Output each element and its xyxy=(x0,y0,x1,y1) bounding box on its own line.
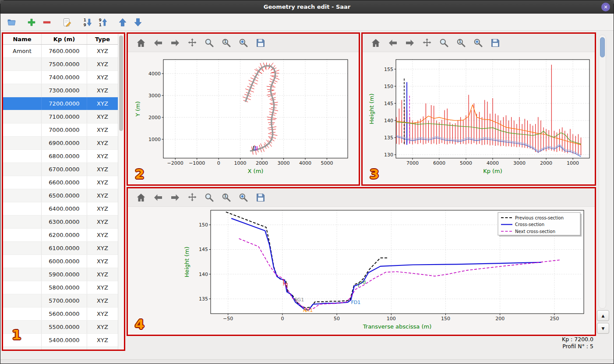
zoom-reset-button[interactable]: 1 xyxy=(220,191,233,204)
save-button[interactable] xyxy=(489,37,501,49)
forward-icon xyxy=(170,38,180,48)
zoom-in-button[interactable] xyxy=(237,191,250,204)
row-type: XYZ xyxy=(87,268,118,281)
table-row[interactable]: 5900.0000XYZ xyxy=(3,268,118,281)
svg-text:150: 150 xyxy=(441,316,450,322)
arrow-down-icon xyxy=(133,18,143,27)
svg-text:4000: 4000 xyxy=(148,71,161,77)
table-row[interactable]: 6000.0000XYZ xyxy=(3,255,118,268)
svg-text:1: 1 xyxy=(224,194,227,198)
svg-text:Y (m): Y (m) xyxy=(134,101,141,117)
table-row[interactable]: 7500.0000XYZ xyxy=(3,58,118,71)
table-row[interactable]: 7100.0000XYZ xyxy=(3,110,118,124)
zoom-reset-button[interactable]: 1 xyxy=(220,37,233,49)
row-kp: 5300.0000 xyxy=(42,347,87,350)
pan-button[interactable] xyxy=(186,191,198,204)
table-scrollbar[interactable] xyxy=(118,34,124,350)
zoom-button[interactable] xyxy=(203,37,215,49)
forward-button[interactable] xyxy=(404,37,416,49)
table-row[interactable]: 6300.0000XYZ xyxy=(3,216,118,229)
row-name xyxy=(3,137,42,149)
window-scrollbar-thumb[interactable] xyxy=(600,37,605,57)
back-button[interactable] xyxy=(387,37,399,49)
table-row[interactable]: 6800.0000XYZ xyxy=(3,150,118,163)
edit-button[interactable] xyxy=(60,16,74,29)
column-header[interactable]: Type xyxy=(87,34,118,44)
home-button[interactable] xyxy=(135,191,147,204)
svg-text:Cross-section: Cross-section xyxy=(515,222,544,227)
status-kp: Kp : 7200.0 xyxy=(562,336,593,343)
sort-descending-button[interactable]: 91 xyxy=(96,16,109,29)
table-row[interactable]: 5600.0000XYZ xyxy=(3,307,118,321)
row-kp: 5800.0000 xyxy=(42,281,87,294)
table-row[interactable]: 6500.0000XYZ xyxy=(3,189,118,202)
zoom-button[interactable] xyxy=(203,191,215,204)
row-name xyxy=(3,268,42,281)
table-row[interactable]: 6900.0000XYZ xyxy=(3,137,118,150)
svg-text:2000: 2000 xyxy=(148,115,161,120)
home-button[interactable] xyxy=(135,37,147,49)
open-button[interactable] xyxy=(5,16,18,29)
save-button[interactable] xyxy=(254,37,267,49)
svg-text:130: 130 xyxy=(384,152,393,158)
column-header[interactable]: Kp (m) xyxy=(42,34,87,44)
forward-icon xyxy=(170,192,180,203)
table-row[interactable]: Amont7600.0000XYZ xyxy=(3,45,118,58)
forward-button[interactable] xyxy=(169,37,181,49)
table-row[interactable]: 6200.0000XYZ xyxy=(3,229,118,242)
home-icon xyxy=(371,38,381,48)
table-scrollbar-thumb[interactable] xyxy=(119,35,123,131)
table-row[interactable]: 5800.0000XYZ xyxy=(3,281,118,294)
window-scrollbar[interactable] xyxy=(599,35,606,309)
zoom-in-icon xyxy=(473,38,483,48)
save-button[interactable] xyxy=(254,191,267,204)
move-up-button[interactable] xyxy=(116,16,129,29)
back-button[interactable] xyxy=(152,191,164,204)
table-row[interactable]: 5700.0000XYZ xyxy=(3,294,118,307)
row-name xyxy=(3,281,42,294)
back-button[interactable] xyxy=(152,37,164,49)
row-type: XYZ xyxy=(87,97,118,110)
profile-up-button[interactable]: ▲ xyxy=(597,310,609,321)
move-down-button[interactable] xyxy=(131,16,145,29)
add-button[interactable] xyxy=(25,16,38,29)
zoom-in-button[interactable] xyxy=(237,37,250,49)
table-row[interactable]: 6400.0000XYZ xyxy=(3,202,118,216)
svg-text:1000: 1000 xyxy=(234,160,247,166)
row-name xyxy=(3,229,42,241)
pan-button[interactable] xyxy=(421,37,433,49)
forward-button[interactable] xyxy=(169,191,181,204)
row-kp: 6800.0000 xyxy=(42,150,87,163)
close-button[interactable]: ✕ xyxy=(601,3,610,11)
pan-button[interactable] xyxy=(186,37,198,49)
sort-ascending-button[interactable]: 19 xyxy=(81,16,94,29)
zoom-button[interactable] xyxy=(438,37,450,49)
longitudinal-toolbar: 1 xyxy=(363,34,595,52)
table-row[interactable]: 7000.0000XYZ xyxy=(3,124,118,137)
status-profil: Profil N° : 5 xyxy=(562,343,593,350)
zoom-in-button[interactable] xyxy=(472,37,484,49)
cross-section-panel: 1 −50050100150200250135140145150rgrdFG1F… xyxy=(127,187,596,336)
svg-text:Height (m): Height (m) xyxy=(368,94,375,124)
svg-text:−2000: −2000 xyxy=(167,160,183,166)
table-row[interactable]: 7300.0000XYZ xyxy=(3,84,118,97)
table-row[interactable]: 7200.0000XYZ xyxy=(3,97,118,110)
forward-icon xyxy=(405,38,415,48)
table-row[interactable]: 7400.0000XYZ xyxy=(3,71,118,84)
zoom-icon xyxy=(439,38,449,48)
remove-button[interactable] xyxy=(40,16,53,29)
svg-text:0: 0 xyxy=(217,160,220,166)
column-header[interactable]: Name xyxy=(3,34,42,44)
table-row[interactable]: 6100.0000XYZ xyxy=(3,242,118,255)
table-row[interactable]: 6700.0000XYZ xyxy=(3,163,118,176)
row-name xyxy=(3,84,42,97)
zoom-reset-button[interactable]: 1 xyxy=(455,37,467,49)
row-name xyxy=(3,242,42,254)
table-row[interactable]: 6600.0000XYZ xyxy=(3,176,118,189)
svg-text:3000: 3000 xyxy=(148,93,161,99)
row-name xyxy=(3,58,42,71)
home-button[interactable] xyxy=(370,37,382,49)
table-row[interactable]: 5300.0000XYZ xyxy=(3,347,118,350)
row-kp: 5700.0000 xyxy=(42,294,87,307)
profile-down-button[interactable]: ▼ xyxy=(597,323,609,334)
